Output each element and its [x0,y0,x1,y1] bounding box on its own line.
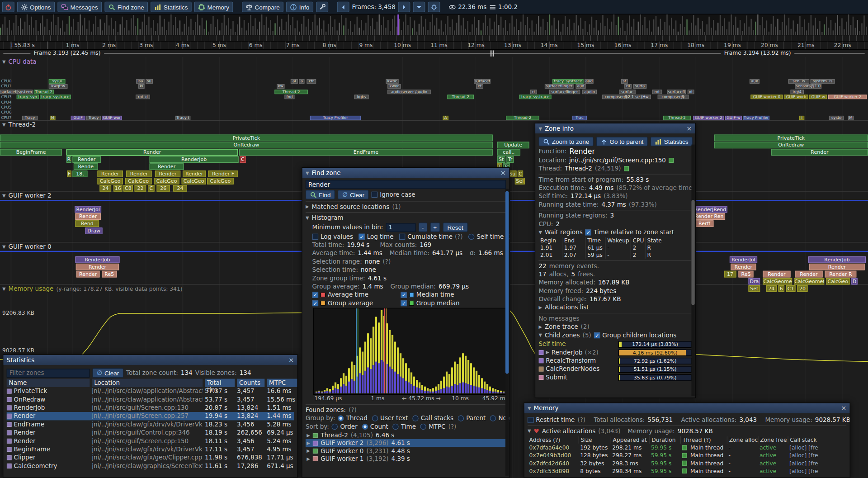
statistics-row[interactable]: Renderjni/../jni/src/guif/Screen.cpp:150… [7,437,294,445]
child-zone-row[interactable]: RecalcTransform72.92 µs (1.62%) [538,357,692,365]
column-location[interactable]: Location [92,379,203,387]
statistics-row[interactable]: CalcGeometryjni/../jni/src/claw/graphics… [7,462,294,470]
zone-search-input[interactable] [306,180,506,189]
sort-by-count-radio[interactable]: Count [362,423,388,431]
timeline-zone[interactable]: Render [150,163,184,170]
timeline-zone[interactable]: EndFrame [239,149,493,156]
child-zone-row[interactable]: ▶RenderJob(×2)4.16 ms (92.60%) [538,348,692,356]
timeline-zone[interactable]: Render [126,170,151,177]
ignore-case-checkbox[interactable]: Ignore case [372,191,415,198]
sort-by-mtpc-radio[interactable]: MTPC [420,423,446,431]
timeline-zone[interactable]: CalcGeome [763,278,792,285]
timeline-zone[interactable]: C [240,156,245,163]
statistics-row[interactable]: EndFramejni/../jni/src/claw/gfx/drv/vk/D… [7,420,294,428]
timeline-zone[interactable]: Render [795,271,822,278]
timeline-zone[interactable]: Render [731,264,756,270]
statistics-row[interactable]: OnRedrawjni/../jni/src/claw/application/… [7,395,294,403]
close-icon[interactable]: × [500,170,506,176]
timeline-zone[interactable]: 22 [135,185,146,192]
allocation-row[interactable]: 0x7dfc42d64032 bytes298.3 ms59.95 sMain … [528,459,846,467]
restrict-time-checkbox[interactable]: Restrict time [528,416,575,424]
memory-window-titlebar[interactable]: ▼ Memory × [524,403,850,413]
frame-bar[interactable]: Frame 3,193 (22.45 ms) Frame 3,194 (13.9… [0,50,868,57]
child-zone-row[interactable]: CalcRenderNodes51.51 µs (1.15%) [538,365,692,373]
zone-info-scrollbar[interactable] [691,145,694,396]
worker0-section-header[interactable]: ▼ GUIF worker 0 [2,243,52,251]
memory-column-header[interactable]: Address (?) [528,436,579,443]
timeline-zone[interactable]: RenderJob [75,256,120,263]
timeline-zone[interactable]: Render F [208,170,238,177]
memory-usage-section-header[interactable]: ▼ Memory usage (y-range: 178.27 KB, visi… [2,285,183,293]
close-icon[interactable]: × [288,357,294,364]
statistics-row[interactable]: BeginFramejni/../jni/src/claw/gfx/drv/vk… [7,445,294,453]
time-ruler[interactable]: +55.83 s1 ms2 ms3 ms4 ms5 ms6 ms7 ms8 ms… [0,42,868,50]
timeline-zone[interactable]: Rerff [695,220,713,227]
timeline-zone[interactable]: OnRedraw [714,142,868,148]
collapse-icon[interactable]: ▼ [2,123,6,128]
timeline-zone[interactable]: ReS [738,271,753,278]
memory-button[interactable]: Memory [194,2,233,12]
clear-filter-button[interactable]: ∅Clear [92,368,123,378]
collapse-icon[interactable]: ▼ [528,429,531,434]
timeline-zone[interactable]: call.. [497,149,520,156]
group-by-parent-radio[interactable]: Parent [458,415,486,422]
zone-info-window-titlebar[interactable]: ▼ Zone info × [535,123,695,133]
prev-frame-button[interactable] [337,2,349,12]
timeline-zone[interactable]: PrivateTick [0,135,493,142]
collapse-icon[interactable]: ▼ [306,215,309,220]
median-time-checkbox[interactable]: ✓Median time [401,291,484,298]
expand-icon[interactable]: ▶ [538,325,542,330]
group-by-thread-radio[interactable]: Thread [338,415,367,422]
timeline-zone[interactable]: Draw [85,227,103,234]
timeline-zone[interactable]: C8 [123,185,133,192]
found-zone-group[interactable]: ▶GUIF worker 2(3,296)4.61 s [306,439,506,447]
statistics-row[interactable]: Renderjni/../jni/src/guif/Control.cpp:34… [7,429,294,437]
timeline-zone[interactable]: 24 [766,285,777,292]
timeline-zone[interactable]: Render [763,271,790,278]
frame-overview-strip[interactable] [0,14,868,42]
next-frame-button[interactable] [398,2,410,12]
collapse-icon[interactable]: ▼ [538,126,542,131]
min-values-input[interactable] [386,223,415,232]
cpu-data-section-header[interactable]: ▼ CPU data [2,58,37,66]
memory-column-header[interactable]: Call stack [788,436,846,443]
allocation-row[interactable]: 0x7dfaa64e00192 bytes298.21 ms59.95 sMai… [528,444,846,451]
timeline-zone[interactable]: Render [155,170,180,177]
column-name[interactable]: Name [7,379,90,387]
timeline-zone[interactable]: Render [183,170,206,177]
timeline-zone[interactable]: CalcGeo [154,178,179,185]
cumulate-time-checkbox[interactable]: Cumulate time(?) [399,233,463,241]
timeline-zone[interactable]: 16 [113,185,123,192]
frame-label-left[interactable]: Frame 3,193 (22.45 ms) [30,50,104,56]
timeline-zone[interactable]: Sel [515,178,525,185]
statistics-row[interactable]: Clipperjni/../jni/src/claw/gfx/geo/Clipp… [7,454,294,462]
found-zone-group[interactable]: ▶GUIF worker 1(3,192)4.39 s [306,454,506,462]
collapse-icon[interactable]: ▼ [538,333,542,338]
find-button[interactable]: Find [306,190,335,199]
memory-column-header[interactable]: Zone free [758,436,788,443]
close-icon[interactable]: × [686,125,692,132]
go-to-parent-button[interactable]: Go to parent [596,137,648,146]
group-by-call-stacks-radio[interactable]: Call stacks [412,415,453,422]
collapse-icon[interactable]: ▼ [528,406,531,411]
column-mtpc[interactable]: MTPC [267,379,297,387]
expand-icon[interactable]: ▶ [307,448,310,453]
timeline-zone[interactable]: D [851,278,857,285]
timeline-zone[interactable]: Render [72,156,100,163]
options-button[interactable]: Options [17,2,55,12]
timeline-zone[interactable]: C1 [786,285,796,292]
collapse-icon[interactable]: ▼ [2,59,6,64]
timeline-zone[interactable]: Render [771,149,868,156]
log-time-checkbox[interactable]: ✓Log time [359,233,393,241]
timeline-zone[interactable]: St [497,156,505,163]
timeline-zone[interactable]: Render R [825,271,856,278]
timeline-zone[interactable]: Render [75,213,101,220]
collapse-icon[interactable]: ▼ [2,244,6,249]
allocation-row[interactable]: 0x7e049b3d00128 bytes298.27 ms59.95 sMai… [528,451,846,459]
power-button[interactable] [2,2,14,12]
timeline-zone[interactable]: Render [76,271,99,278]
column-total-time[interactable]: Total tim [205,379,235,387]
reset-button[interactable]: Reset [443,222,468,232]
zone-trace-header[interactable]: ▶Zone trace(2) [538,323,692,331]
memory-column-header[interactable]: Duration [649,436,680,443]
